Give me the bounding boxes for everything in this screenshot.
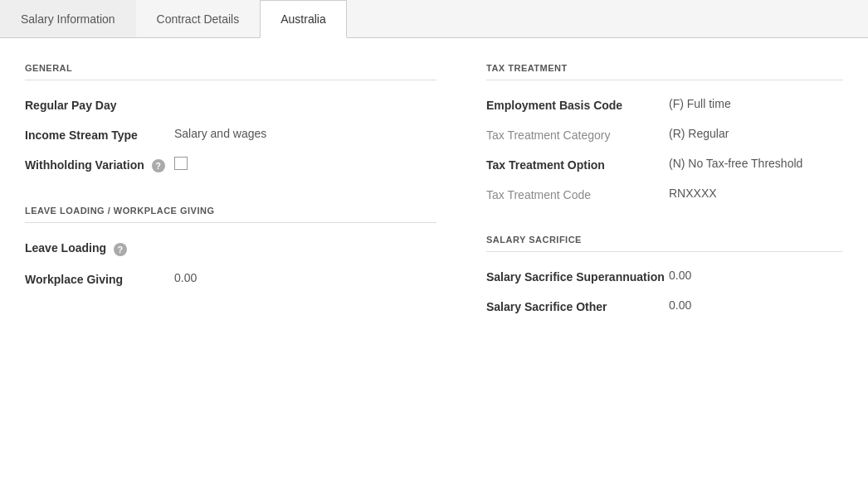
field-row-income-stream-type: Income Stream Type Salary and wages [25, 127, 436, 142]
tax-treatment-section-title: TAX TREATMENT [486, 63, 843, 80]
withholding-variation-checkbox[interactable] [174, 157, 188, 170]
leave-section-gap: LEAVE LOADING / WORKPLACE GIVING Leave L… [25, 206, 436, 285]
field-row-salary-sacrifice-other: Salary Sacrifice Other 0.00 [486, 298, 843, 313]
salary-sacrifice-section-title: SALARY SACRIFICE [486, 235, 843, 252]
field-row-salary-sacrifice-super: Salary Sacrifice Superannuation 0.00 [486, 269, 843, 284]
field-row-tax-treatment-code: Tax Treatment Code RNXXXX [486, 187, 843, 201]
value-tax-treatment-category: (R) Regular [669, 127, 729, 140]
value-salary-sacrifice-other: 0.00 [669, 298, 691, 312]
field-row-employment-basis-code: Employment Basis Code (F) Full time [486, 97, 843, 112]
value-salary-sacrifice-super: 0.00 [669, 269, 691, 282]
leave-loading-help-icon[interactable]: ? [114, 243, 127, 256]
field-row-tax-treatment-category: Tax Treatment Category (R) Regular [486, 127, 843, 142]
leave-section-title: LEAVE LOADING / WORKPLACE GIVING [25, 206, 436, 223]
main-content: GENERAL Regular Pay Day Income Stream Ty… [0, 38, 868, 345]
left-panel: GENERAL Regular Pay Day Income Stream Ty… [25, 63, 436, 328]
field-row-tax-treatment-option: Tax Treatment Option (N) No Tax-free Thr… [486, 157, 843, 172]
label-salary-sacrifice-other: Salary Sacrifice Other [486, 298, 669, 313]
tab-australia[interactable]: Australia [260, 0, 346, 38]
label-leave-loading: Leave Loading ? [25, 240, 174, 255]
right-panel: TAX TREATMENT Employment Basis Code (F) … [486, 63, 843, 328]
value-income-stream-type: Salary and wages [174, 127, 266, 140]
field-row-leave-loading: Leave Loading ? [25, 240, 436, 255]
tab-contract-details[interactable]: Contract Details [136, 0, 261, 37]
tab-bar: Salary Information Contract Details Aust… [0, 0, 868, 38]
value-workplace-giving: 0.00 [174, 271, 197, 284]
label-withholding-variation: Withholding Variation ? [25, 157, 174, 172]
general-section-title: GENERAL [25, 63, 436, 80]
label-salary-sacrifice-super: Salary Sacrifice Superannuation [486, 269, 669, 284]
label-regular-pay-day: Regular Pay Day [25, 97, 174, 112]
label-workplace-giving: Workplace Giving [25, 271, 174, 286]
withholding-variation-help-icon[interactable]: ? [152, 159, 165, 172]
label-employment-basis-code: Employment Basis Code [486, 97, 669, 112]
label-tax-treatment-option: Tax Treatment Option [486, 157, 669, 172]
value-tax-treatment-code: RNXXXX [669, 187, 717, 200]
tab-salary-information[interactable]: Salary Information [0, 0, 136, 37]
field-row-regular-pay-day: Regular Pay Day [25, 97, 436, 112]
field-row-workplace-giving: Workplace Giving 0.00 [25, 271, 436, 286]
label-tax-treatment-code: Tax Treatment Code [486, 187, 669, 201]
salary-sacrifice-gap: SALARY SACRIFICE Salary Sacrifice Supera… [486, 235, 843, 313]
field-row-withholding-variation: Withholding Variation ? [25, 157, 436, 172]
value-employment-basis-code: (F) Full time [669, 97, 731, 110]
label-tax-treatment-category: Tax Treatment Category [486, 127, 669, 142]
label-income-stream-type: Income Stream Type [25, 127, 174, 142]
value-withholding-variation [174, 157, 188, 172]
value-tax-treatment-option: (N) No Tax-free Threshold [669, 157, 802, 170]
